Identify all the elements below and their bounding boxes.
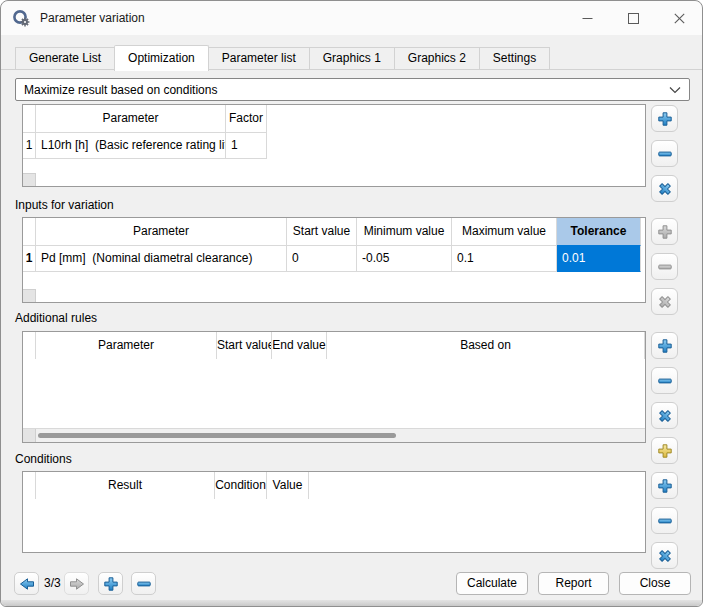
objective-table-header: Parameter Factor: [23, 105, 645, 132]
parameter-cell[interactable]: L10rh [h] (Basic reference rating life): [36, 132, 226, 159]
column-header-parameter[interactable]: Parameter: [36, 105, 226, 132]
scrollbar-thumb[interactable]: [38, 433, 396, 438]
column-header-value[interactable]: Value: [267, 472, 309, 499]
factor-cell[interactable]: 1: [226, 132, 267, 159]
arrow-left-icon: [19, 576, 35, 592]
column-header-parameter[interactable]: Parameter: [36, 218, 287, 245]
remove-rule-button[interactable]: [651, 367, 678, 394]
objective-buttons: [651, 105, 678, 202]
tab-strip: Generate List Optimization Parameter lis…: [15, 46, 550, 70]
maximize-icon: [628, 13, 639, 24]
remove-condition-button[interactable]: [651, 507, 678, 534]
row-number-header[interactable]: [23, 332, 36, 359]
minus-icon: [657, 146, 673, 162]
tab-optimization[interactable]: Optimization: [114, 45, 209, 71]
cross-delete-icon: [657, 548, 673, 564]
horizontal-scrollbar[interactable]: [23, 428, 645, 442]
column-header-start-value[interactable]: Start value: [217, 332, 272, 359]
conditions-table-header: Result Condition Value: [23, 472, 645, 499]
tab-graphics-2[interactable]: Graphics 2: [394, 47, 480, 69]
tab-settings[interactable]: Settings: [479, 47, 550, 69]
scrollbar-corner: [23, 429, 36, 442]
tolerance-cell-selected[interactable]: 0.01: [557, 245, 641, 272]
clear-inputs-button: [651, 288, 678, 315]
window-title: Parameter variation: [40, 11, 145, 25]
start-value-cell[interactable]: 0: [287, 245, 357, 272]
app-bearing-gear-icon: [12, 9, 31, 28]
remove-parameter-button[interactable]: [651, 140, 678, 167]
add-parameter-button[interactable]: [651, 105, 678, 132]
clear-conditions-button[interactable]: [651, 542, 678, 569]
column-header-maximum-value[interactable]: Maximum value: [452, 218, 557, 245]
row-number-header[interactable]: [23, 472, 36, 499]
plus-yellow-icon: [657, 443, 673, 459]
plus-icon: [103, 576, 119, 592]
close-icon: [674, 13, 685, 24]
rules-table-header: Parameter Start value End value Based on: [23, 332, 645, 359]
column-header-minimum-value[interactable]: Minimum value: [357, 218, 452, 245]
parameter-cell[interactable]: Pd [mm] (Nominal diametral clearance): [36, 245, 287, 272]
add-special-rule-button[interactable]: [651, 437, 678, 464]
conditions-buttons: [651, 472, 678, 569]
cross-delete-icon: [657, 408, 673, 424]
rules-buttons: [651, 332, 678, 464]
table-row: 1 Pd [mm] (Nominal diametral clearance) …: [23, 245, 645, 272]
row-number-cell[interactable]: 1: [23, 132, 36, 159]
report-button[interactable]: Report: [538, 572, 609, 595]
inputs-buttons: [651, 218, 678, 315]
tab-graphics-1[interactable]: Graphics 1: [309, 47, 395, 69]
calculate-button[interactable]: Calculate: [456, 572, 528, 595]
plus-icon: [657, 224, 673, 240]
clear-parameters-button[interactable]: [651, 175, 678, 202]
table-row: 1 L10rh [h] (Basic reference rating life…: [23, 132, 645, 159]
cross-delete-icon: [657, 294, 673, 310]
optimization-mode-select[interactable]: Maximize result based on conditions: [15, 78, 690, 101]
optimization-mode-value: Maximize result based on conditions: [24, 83, 217, 97]
minus-icon: [657, 259, 673, 275]
window-controls: [564, 1, 702, 35]
tab-generate-list[interactable]: Generate List: [15, 47, 115, 69]
conditions-section-label: Conditions: [15, 451, 72, 467]
previous-button[interactable]: [14, 572, 39, 595]
title-bar: Parameter variation: [1, 1, 702, 35]
column-header-start-value[interactable]: Start value: [287, 218, 357, 245]
column-header-end-value[interactable]: End value: [272, 332, 327, 359]
plus-icon: [657, 111, 673, 127]
table-corner: [23, 173, 36, 186]
row-number-cell[interactable]: 1: [23, 245, 36, 272]
tab-parameter-list[interactable]: Parameter list: [208, 47, 310, 69]
rules-table: Parameter Start value End value Based on: [22, 331, 646, 443]
maximum-value-cell[interactable]: 0.1: [452, 245, 557, 272]
maximize-button[interactable]: [610, 1, 656, 35]
objective-table: Parameter Factor 1 L10rh [h] (Basic refe…: [22, 104, 646, 187]
window-bottom-edge: [1, 600, 702, 606]
column-header-condition[interactable]: Condition: [215, 472, 267, 499]
arrow-right-icon: [69, 576, 85, 592]
chevron-down-icon: [669, 86, 681, 94]
minus-icon: [657, 513, 673, 529]
add-condition-button[interactable]: [651, 472, 678, 499]
table-corner: [23, 289, 36, 302]
page-indicator: 3/3: [44, 572, 61, 595]
close-window-button[interactable]: [656, 1, 702, 35]
minimum-value-cell[interactable]: -0.05: [357, 245, 452, 272]
row-number-header[interactable]: [23, 105, 36, 132]
parameter-variation-dialog: Parameter variation Generate List Optimi…: [0, 0, 703, 607]
cross-delete-icon: [657, 181, 673, 197]
rules-section-label: Additional rules: [15, 310, 97, 326]
add-page-button[interactable]: [98, 572, 123, 595]
clear-rules-button[interactable]: [651, 402, 678, 429]
inputs-section-label: Inputs for variation: [15, 197, 114, 213]
close-button[interactable]: Close: [619, 572, 691, 595]
row-number-header[interactable]: [23, 218, 36, 245]
column-header-result[interactable]: Result: [36, 472, 215, 499]
column-header-tolerance[interactable]: Tolerance: [557, 218, 641, 245]
add-rule-button[interactable]: [651, 332, 678, 359]
plus-icon: [657, 338, 673, 354]
column-header-based-on[interactable]: Based on: [327, 332, 645, 359]
column-header-factor[interactable]: Factor: [226, 105, 267, 132]
remove-page-button[interactable]: [131, 572, 156, 595]
minimize-button[interactable]: [564, 1, 610, 35]
inputs-table: Parameter Start value Minimum value Maxi…: [22, 217, 646, 303]
column-header-parameter[interactable]: Parameter: [36, 332, 217, 359]
